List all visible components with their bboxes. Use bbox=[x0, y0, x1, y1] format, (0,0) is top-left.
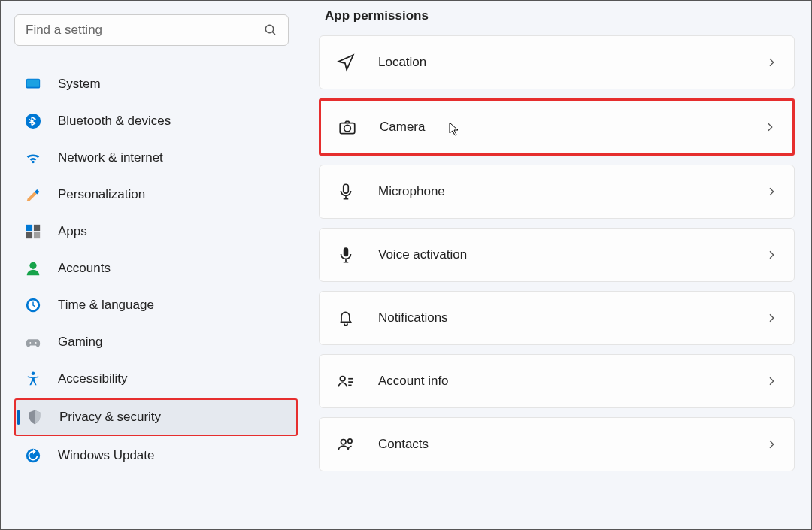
voice-mic-icon bbox=[336, 245, 356, 265]
permission-contacts[interactable]: Contacts bbox=[319, 417, 795, 471]
permission-location[interactable]: Location bbox=[319, 35, 795, 89]
account-info-icon bbox=[336, 371, 356, 391]
search-input[interactable] bbox=[26, 23, 264, 38]
accessibility-icon bbox=[25, 371, 41, 387]
sidebar-item-windows-update[interactable]: Windows Update bbox=[14, 438, 298, 473]
chevron-right-icon bbox=[765, 312, 777, 324]
chevron-right-icon bbox=[765, 375, 777, 387]
section-title: App permissions bbox=[325, 8, 795, 23]
svg-point-18 bbox=[344, 125, 351, 132]
svg-point-10 bbox=[29, 262, 36, 269]
sidebar-item-label: Network & internet bbox=[58, 150, 163, 165]
sidebar: System Bluetooth & devices Network & int… bbox=[1, 1, 305, 529]
svg-rect-9 bbox=[34, 232, 40, 238]
sidebar-item-label: Personalization bbox=[58, 187, 145, 202]
svg-point-25 bbox=[341, 440, 347, 445]
sidebar-item-apps[interactable]: Apps bbox=[14, 214, 298, 249]
search-icon bbox=[264, 23, 277, 37]
main-content: App permissions Location Camera bbox=[305, 1, 811, 529]
svg-line-1 bbox=[272, 32, 275, 35]
sidebar-item-label: Gaming bbox=[58, 335, 103, 350]
sidebar-item-label: Windows Update bbox=[58, 448, 155, 463]
sidebar-item-gaming[interactable]: Gaming bbox=[14, 325, 298, 359]
permission-camera[interactable]: Camera bbox=[319, 98, 795, 156]
svg-point-15 bbox=[32, 371, 35, 375]
sidebar-item-system[interactable]: System bbox=[14, 67, 298, 101]
sidebar-item-network[interactable]: Network & internet bbox=[14, 141, 298, 175]
camera-icon bbox=[338, 117, 357, 137]
microphone-icon bbox=[336, 182, 356, 201]
svg-point-26 bbox=[348, 439, 352, 443]
person-icon bbox=[25, 260, 41, 277]
svg-rect-7 bbox=[34, 225, 40, 231]
permission-label: Voice activation bbox=[378, 247, 765, 262]
svg-point-14 bbox=[35, 342, 37, 344]
permission-label: Microphone bbox=[378, 184, 765, 199]
svg-rect-20 bbox=[344, 247, 349, 256]
svg-rect-6 bbox=[26, 225, 32, 231]
chevron-right-icon bbox=[764, 121, 776, 133]
chevron-right-icon bbox=[765, 438, 777, 450]
location-icon bbox=[336, 53, 356, 72]
permission-label: Camera bbox=[380, 120, 764, 135]
system-icon bbox=[25, 76, 41, 92]
contacts-icon bbox=[336, 435, 356, 454]
wifi-icon bbox=[25, 150, 41, 166]
svg-rect-8 bbox=[26, 232, 32, 238]
permission-notifications[interactable]: Notifications bbox=[319, 291, 795, 345]
chevron-right-icon bbox=[765, 56, 777, 68]
clock-globe-icon bbox=[25, 297, 41, 313]
permission-microphone[interactable]: Microphone bbox=[319, 165, 795, 219]
bell-icon bbox=[336, 308, 356, 328]
sidebar-item-label: Time & language bbox=[58, 298, 154, 313]
svg-point-21 bbox=[340, 377, 345, 382]
svg-rect-19 bbox=[344, 184, 349, 193]
sidebar-item-label: System bbox=[58, 77, 101, 92]
permission-label: Contacts bbox=[378, 437, 765, 452]
permission-label: Location bbox=[378, 55, 765, 70]
svg-rect-3 bbox=[27, 80, 40, 87]
sidebar-item-privacy-security[interactable]: Privacy & security bbox=[14, 398, 298, 436]
sidebar-item-bluetooth[interactable]: Bluetooth & devices bbox=[14, 104, 298, 138]
permission-label: Account info bbox=[378, 374, 765, 389]
svg-point-4 bbox=[26, 114, 41, 129]
permission-label: Notifications bbox=[378, 310, 765, 326]
chevron-right-icon bbox=[765, 186, 777, 198]
sidebar-item-accounts[interactable]: Accounts bbox=[14, 251, 298, 286]
bluetooth-icon bbox=[25, 113, 41, 129]
sidebar-item-label: Privacy & security bbox=[59, 410, 161, 425]
svg-point-0 bbox=[265, 25, 274, 33]
search-box[interactable] bbox=[14, 14, 289, 46]
sidebar-item-time-language[interactable]: Time & language bbox=[14, 288, 298, 323]
sidebar-item-personalization[interactable]: Personalization bbox=[14, 177, 298, 212]
chevron-right-icon bbox=[765, 249, 777, 261]
permissions-list: Location Camera bbox=[319, 35, 795, 471]
permission-account-info[interactable]: Account info bbox=[319, 354, 795, 408]
shield-icon bbox=[26, 409, 43, 426]
sidebar-item-label: Apps bbox=[58, 224, 87, 239]
gamepad-icon bbox=[25, 334, 41, 350]
svg-point-13 bbox=[29, 342, 31, 344]
sidebar-item-label: Accounts bbox=[58, 261, 111, 276]
sidebar-item-label: Accessibility bbox=[58, 371, 128, 386]
paintbrush-icon bbox=[25, 186, 41, 203]
sidebar-nav: System Bluetooth & devices Network & int… bbox=[14, 67, 298, 473]
update-icon bbox=[25, 447, 41, 464]
permission-voice-activation[interactable]: Voice activation bbox=[319, 228, 795, 282]
sidebar-item-accessibility[interactable]: Accessibility bbox=[14, 362, 298, 396]
sidebar-item-label: Bluetooth & devices bbox=[58, 114, 171, 129]
apps-icon bbox=[25, 223, 41, 240]
